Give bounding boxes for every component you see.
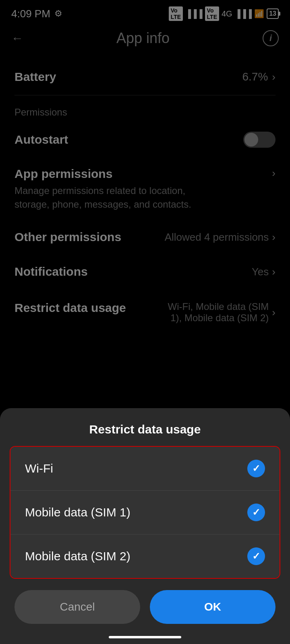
restrict-dialog: Restrict data usage Wi-Fi ✓ Mobile data … xyxy=(0,408,290,644)
ok-button[interactable]: OK xyxy=(150,590,276,624)
wifi-checkmark-icon: ✓ xyxy=(252,463,260,474)
home-indicator xyxy=(109,636,181,638)
dialog-buttons: Cancel OK xyxy=(0,590,290,624)
mobile-data-sim1-checkbox[interactable]: ✓ xyxy=(247,504,265,521)
cancel-button[interactable]: Cancel xyxy=(14,590,140,624)
wifi-option-label: Wi-Fi xyxy=(25,462,53,475)
mobile-data-sim2-checkbox[interactable]: ✓ xyxy=(247,547,265,565)
mobile-data-sim2-option[interactable]: Mobile data (SIM 2) ✓ xyxy=(10,535,280,578)
sim1-checkmark-icon: ✓ xyxy=(252,507,260,518)
mobile-data-sim1-label: Mobile data (SIM 1) xyxy=(25,506,130,519)
wifi-checkbox[interactable]: ✓ xyxy=(247,460,265,477)
mobile-data-sim2-label: Mobile data (SIM 2) xyxy=(25,549,130,563)
dialog-options-list: Wi-Fi ✓ Mobile data (SIM 1) ✓ Mobile dat… xyxy=(10,446,280,579)
wifi-option[interactable]: Wi-Fi ✓ xyxy=(10,447,280,491)
sim2-checkmark-icon: ✓ xyxy=(252,551,260,562)
dialog-title: Restrict data usage xyxy=(0,408,290,446)
mobile-data-sim1-option[interactable]: Mobile data (SIM 1) ✓ xyxy=(10,491,280,535)
